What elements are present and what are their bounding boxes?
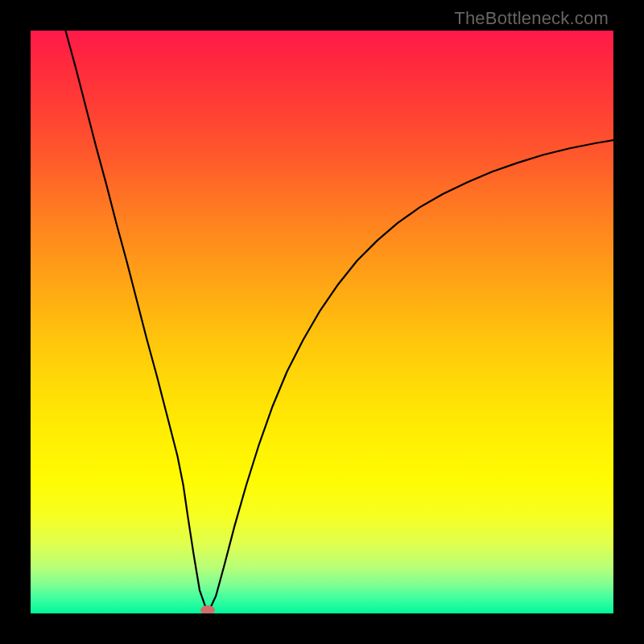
optimal-point-marker — [200, 605, 215, 613]
bottleneck-curve — [31, 31, 613, 613]
watermark-text: TheBottleneck.com — [454, 8, 609, 29]
